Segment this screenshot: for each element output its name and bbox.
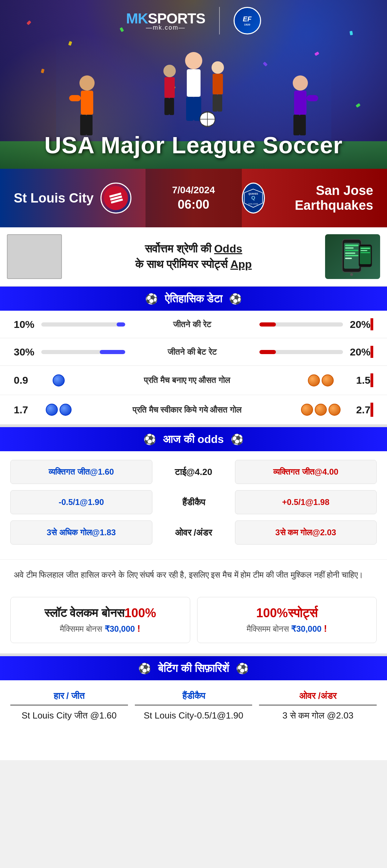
red-accent-bar-3 <box>370 373 373 387</box>
odds-away-win-btn[interactable]: व्यक्तिगत जीत@4.00 <box>235 460 377 484</box>
svg-rect-1 <box>187 69 201 97</box>
svg-rect-7 <box>169 98 174 115</box>
odds-handicap-label: हैंडीकैप <box>159 497 228 508</box>
stat-row-goals-scored: 0.9 प्रति मैच बनाए गए औसत गोल 1.5 <box>0 366 387 395</box>
match-time: 06:00 <box>178 197 209 212</box>
svg-point-15 <box>79 75 95 91</box>
bonus-sports-sub-text: मैक्सिमम बोनस <box>247 624 289 633</box>
stat-bet-rate-label: जीतने की बेट रेट <box>132 347 252 357</box>
odds-row-over-under: 3से अधिक गोल@1.83 ओवर /अंडर 3से कम गोल@2… <box>10 520 377 545</box>
rec-grid: हार / जीत St Louis City जीत @1.60 हैंडीक… <box>0 680 387 733</box>
stat-win-rate-bar-right <box>259 322 343 327</box>
stl-inner-badge <box>104 186 128 210</box>
bonus-sports-title-area: 100%स्पोर्ट्स <box>206 606 368 620</box>
svg-rect-31 <box>345 245 358 246</box>
svg-rect-2 <box>186 97 194 121</box>
odds-home-win-btn[interactable]: व्यक्तिगत जीत@1.60 <box>10 460 152 484</box>
section-divider-2 <box>0 653 387 656</box>
svg-rect-40 <box>361 248 370 249</box>
stat-goals-conceded-icons-right <box>298 404 343 416</box>
odds-section: व्यक्तिगत जीत@1.60 टाई@4.20 व्यक्तिगत जी… <box>0 451 387 559</box>
bonus-sports-sub: मैक्सिमम बोनस ₹30,000 ! <box>206 623 368 634</box>
stat-win-rate-left-val: 10% <box>14 319 41 330</box>
svg-rect-5 <box>164 77 175 98</box>
stat-goals-conceded-left-val: 1.7 <box>14 404 41 416</box>
rec-value-win-loss: St Louis City जीत @1.60 <box>22 709 117 722</box>
stat-goals-conceded-right-val: 2.7 <box>343 404 370 416</box>
bonus-slots-amount: ₹30,000 <box>105 624 135 633</box>
historical-section-header: ⚽ ऐतिहासिक डेटा ⚽ <box>0 287 387 311</box>
match-date: 7/04/2024 <box>172 185 215 196</box>
promo-line1: सर्वोत्तम श्रेणी की <box>145 242 211 255</box>
stat-goals-scored-left-val: 0.9 <box>14 374 41 386</box>
away-team-badge: QUAKES Q SAN JOSE <box>242 183 265 214</box>
home-team-name: St Louis City <box>14 191 94 206</box>
stat-row-goals-conceded: 1.7 प्रति मैच स्वीकार किये गये औसत गोल 2… <box>0 395 387 424</box>
svg-rect-10 <box>213 94 217 112</box>
ball-icon-blue-3 <box>60 404 72 416</box>
betting-rec-header: ⚽ बेटिंग की सिफ़ारिशें ⚽ <box>0 656 387 680</box>
svg-rect-11 <box>217 94 222 112</box>
match-analysis-text: अवे टीम फिलहाल जीत हासिल करने के लिए संघ… <box>14 568 373 581</box>
red-accent-bar-2 <box>370 346 373 358</box>
home-team-section: St Louis City <box>0 183 146 214</box>
bonus-slots-sub: मैक्सिमम बोनस ₹30,000 ! <box>19 623 181 634</box>
rec-value-over-under: 3 से कम गोल @2.03 <box>282 709 353 722</box>
stat-bet-rate-right-val: 20% <box>343 346 370 358</box>
empoli-letters: EF <box>243 15 252 23</box>
odds-handicap-away-btn[interactable]: +0.5/1@1.98 <box>235 490 377 514</box>
logo-divider <box>219 7 220 34</box>
betting-rec-title: बेटिंग की सिफ़ारिशें <box>158 662 229 675</box>
betting-rec-section: हार / जीत St Louis City जीत @1.60 हैंडीक… <box>0 680 387 746</box>
red-accent-bar-1 <box>370 318 373 330</box>
goalkeeper-svg <box>66 71 108 140</box>
stat-win-rate-fill-left <box>117 322 125 327</box>
svg-point-20 <box>293 75 308 91</box>
odds-handicap-home-btn[interactable]: -0.5/1@1.90 <box>10 490 152 514</box>
stat-goals-scored-right-val: 1.5 <box>343 374 370 386</box>
odds-row-handicap: -0.5/1@1.90 हैंडीकैप +0.5/1@1.98 <box>10 490 377 514</box>
ball-icon-orange-3 <box>301 404 313 416</box>
ball-icon-left: ⚽ <box>145 293 158 305</box>
svg-rect-21 <box>294 91 307 115</box>
stat-goals-scored-label: प्रति मैच बनाए गए औसत गोल <box>76 375 298 385</box>
rec-col-over-under: ओवर /अंडर 3 से कम गोल @2.03 <box>259 691 377 722</box>
hero-title: USA Major League Soccer <box>0 132 387 158</box>
odds-tie-btn[interactable]: टाई@4.20 <box>159 467 228 477</box>
odds-over-label: ओवर /अंडर <box>159 527 228 538</box>
home-team-badge <box>100 183 131 214</box>
historical-data-section: 10% जीतने की रेट 20% 30% जीतने की बेट रे… <box>0 311 387 424</box>
bonus-slots-exclaim: ! <box>137 623 140 634</box>
svg-rect-35 <box>345 255 358 256</box>
promo-image-placeholder <box>7 234 62 279</box>
ball-icon-orange-4 <box>315 404 327 416</box>
rec-col-handicap: हैंडीकैप St Louis City-0.5/1@1.90 <box>135 691 252 722</box>
app-mockup-svg <box>332 236 373 277</box>
svg-point-4 <box>163 65 176 77</box>
stat-win-rate-right-val: 20% <box>343 319 370 330</box>
promo-app-mockup <box>325 234 380 279</box>
svg-rect-24 <box>307 95 318 101</box>
empoli-name: 1920 <box>244 23 250 26</box>
stat-goals-conceded-label: प्रति मैच स्वीकार किये गये औसत गोल <box>76 405 298 415</box>
odds-over-away-btn[interactable]: 3से कम गोल@2.03 <box>235 520 377 545</box>
stat-win-rate-fill-right <box>259 322 276 327</box>
historical-title: ऐतिहासिक डेटा <box>165 292 223 305</box>
bonus-sports-exclaim: ! <box>324 623 327 634</box>
stat-win-rate-label: जीतने की रेट <box>132 320 252 329</box>
ball-icon-blue-2 <box>46 404 58 416</box>
mk-text: MK <box>126 10 148 27</box>
bonus-card-sports[interactable]: 100%स्पोर्ट्स मैक्सिमम बोनस ₹30,000 ! <box>197 597 377 643</box>
bonus-slots-title-area: स्लॉट वेलकम बोनस 100% <box>19 606 181 620</box>
rec-value-handicap: St Louis City-0.5/1@1.90 <box>144 709 243 722</box>
rec-col-win-loss: हार / जीत St Louis City जीत @1.60 <box>10 691 128 722</box>
logo-area: MKSPORTS —mk.com— EF 1920 <box>126 7 261 34</box>
svg-rect-41 <box>361 250 367 251</box>
stat-bet-rate-bar-right <box>259 350 343 354</box>
rec-divider-1 <box>10 705 128 705</box>
bonus-card-slots[interactable]: स्लॉट वेलकम बोनस 100% मैक्सिमम बोनस ₹30,… <box>10 597 190 643</box>
rec-divider-2 <box>135 705 252 705</box>
odds-over-home-btn[interactable]: 3से अधिक गोल@1.83 <box>10 520 152 545</box>
svg-rect-34 <box>345 252 355 254</box>
ball-icon-odds-left: ⚽ <box>143 433 156 445</box>
